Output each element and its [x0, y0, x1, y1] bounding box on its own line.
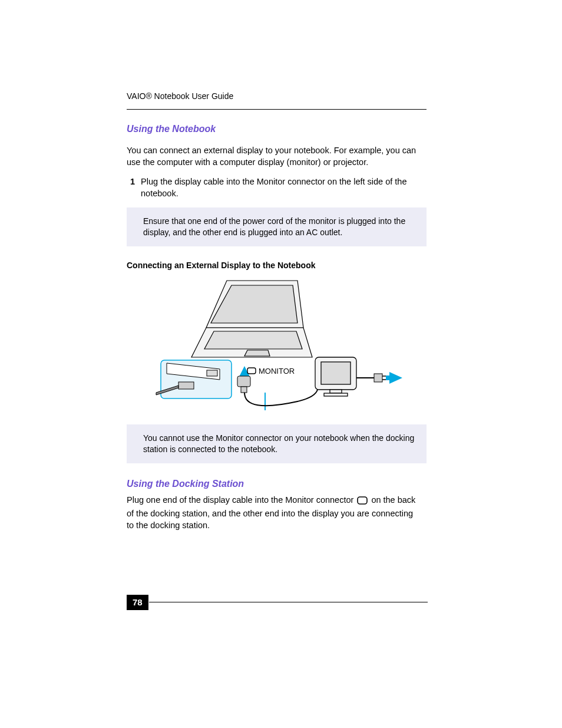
- header-rule: [127, 109, 427, 110]
- section-heading-docking: Using the Docking Station: [127, 479, 427, 489]
- callout-box: [156, 360, 232, 398]
- arrow-right-icon: [386, 372, 402, 384]
- note-box-docking: You cannot use the Monitor connector on …: [127, 424, 427, 463]
- external-monitor-icon: [315, 357, 356, 396]
- running-head: VAIO® Notebook User Guide: [127, 91, 427, 101]
- docking-text-before: Plug one end of the display cable into t…: [127, 495, 356, 505]
- section-heading-notebook: Using the Notebook: [127, 124, 427, 134]
- intro-paragraph: You can connect an external display to y…: [127, 145, 418, 168]
- page-footer: 78: [127, 595, 427, 610]
- monitor-label-text: MONITOR: [259, 367, 295, 375]
- svg-rect-21: [358, 497, 367, 504]
- page-body: Using the Notebook You can connect an ex…: [127, 124, 427, 532]
- svg-rect-8: [207, 370, 217, 376]
- power-plug-icon: [374, 374, 387, 382]
- svg-rect-10: [247, 368, 256, 374]
- svg-rect-15: [321, 362, 351, 384]
- step-1: 1Plug the display cable into the Monitor…: [141, 176, 421, 199]
- footer-rule: [149, 602, 428, 602]
- page-header: VAIO® Notebook User Guide: [127, 91, 427, 110]
- svg-rect-17: [324, 393, 348, 396]
- svg-rect-18: [374, 374, 382, 382]
- docking-paragraph: Plug one end of the display cable into t…: [127, 494, 421, 532]
- svg-rect-11: [237, 376, 250, 387]
- note-box-power: Ensure that one end of the power cord of…: [127, 207, 427, 246]
- figure-title: Connecting an External Display to the No…: [127, 261, 427, 270]
- svg-marker-3: [204, 331, 302, 349]
- monitor-connector-icon: [357, 496, 368, 508]
- step-text: Plug the display cable into the Monitor …: [141, 177, 406, 198]
- page-number: 78: [127, 595, 148, 610]
- svg-marker-4: [244, 350, 270, 356]
- svg-rect-9: [178, 382, 194, 389]
- monitor-port-label: MONITOR: [247, 367, 295, 375]
- step-number: 1: [130, 177, 135, 186]
- svg-rect-16: [330, 390, 342, 393]
- svg-rect-12: [241, 387, 247, 393]
- figure-diagram: MONITOR: [127, 275, 427, 416]
- vga-connector-icon: [237, 376, 250, 393]
- connection-diagram-icon: MONITOR: [150, 275, 404, 416]
- page: VAIO® Notebook User Guide Using the Note…: [0, 0, 562, 728]
